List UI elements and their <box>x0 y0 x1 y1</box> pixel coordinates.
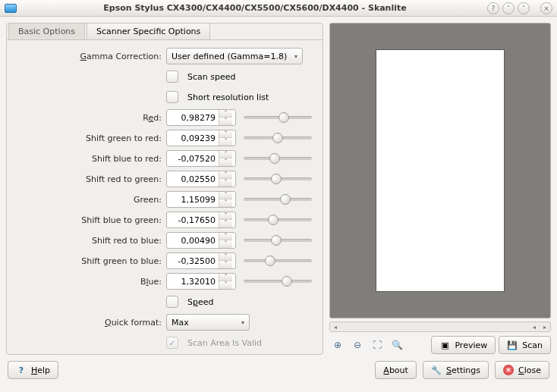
zoom-in-icon[interactable]: ⊕ <box>329 337 346 353</box>
save-icon: 💾 <box>507 340 518 350</box>
window-title: Epson Stylus CX4300/CX4400/CX5500/CX5600… <box>23 3 487 13</box>
short-resolution-label: Short resolution list <box>187 93 269 102</box>
shift-green-to-red-spinbox[interactable]: ˄˅ <box>166 130 236 146</box>
shift-green-to-red-slider[interactable] <box>241 130 315 146</box>
green-label: Green: <box>14 195 166 205</box>
shift-blue-to-green-label: Shift blue to green: <box>14 215 166 225</box>
shift-blue-to-red-input[interactable] <box>167 154 219 164</box>
settings-button-label: Settings <box>446 365 480 375</box>
gamma-correction-value: User defined (Gamma=1.8) <box>172 52 287 61</box>
short-resolution-checkbox[interactable] <box>166 91 178 103</box>
zoom-out-icon[interactable]: ⊖ <box>349 337 366 353</box>
scroll-left-icon[interactable]: ◂ <box>330 324 341 331</box>
preview-button[interactable]: ▣ Preview <box>431 336 496 354</box>
scan-speed-label: Scan speed <box>187 72 235 82</box>
scan-button-label: Scan <box>522 340 543 350</box>
scroll-right-icon[interactable]: ▸ <box>540 324 550 331</box>
tab-scanner-specific[interactable]: Scanner Specific Options <box>87 23 210 39</box>
scan-area-valid-checkbox[interactable]: ✓ <box>166 337 178 349</box>
shift-green-to-blue-slider[interactable] <box>241 253 315 268</box>
maximize-button[interactable]: ˄ <box>518 2 530 14</box>
titlebar: Epson Stylus CX4300/CX4400/CX5500/CX5600… <box>0 0 557 17</box>
shift-red-to-blue-spinbox[interactable]: ˄˅ <box>166 232 236 249</box>
shift-blue-to-green-slider[interactable] <box>241 212 315 227</box>
quick-format-label: Quick format: <box>14 318 166 328</box>
spin-up-icon[interactable]: ˄ <box>219 110 232 118</box>
help-button-label: Help <box>31 365 50 375</box>
settings-icon: 🔧 <box>431 365 442 375</box>
blue-spinbox[interactable]: ˄˅ <box>166 273 236 290</box>
settings-button[interactable]: 🔧 Settings <box>423 361 489 379</box>
blue-label: Blue: <box>14 277 166 287</box>
spin-down-icon[interactable]: ˅ <box>219 118 232 125</box>
shift-blue-to-red-spinbox[interactable]: ˄˅ <box>166 150 236 167</box>
scan-area-valid-label: Scan Area Is Valid <box>187 338 262 348</box>
speed-checkbox[interactable] <box>166 296 178 308</box>
shift-blue-to-green-spinbox[interactable]: ˄˅ <box>166 212 236 228</box>
preview-area[interactable] <box>329 23 551 318</box>
close-window-button[interactable]: × <box>540 2 552 14</box>
close-icon: ✕ <box>503 365 514 375</box>
shift-red-to-green-input[interactable] <box>167 174 219 184</box>
preview-page <box>376 49 505 292</box>
green-slider[interactable] <box>241 192 315 207</box>
shift-red-to-green-slider[interactable] <box>241 171 315 187</box>
chevron-down-icon: ▾ <box>241 319 244 326</box>
shift-blue-to-green-input[interactable] <box>167 215 219 225</box>
shift-red-to-blue-slider[interactable] <box>241 233 315 248</box>
shift-green-to-blue-spinbox[interactable]: ˄˅ <box>166 252 236 269</box>
zoom-fit-icon[interactable]: 🔍 <box>389 337 405 353</box>
shift-blue-to-red-slider[interactable] <box>241 151 315 166</box>
preview-icon: ▣ <box>439 340 450 350</box>
red-slider[interactable] <box>241 110 315 125</box>
shift-red-to-blue-input[interactable] <box>167 236 219 246</box>
red-label: Red: <box>14 113 166 123</box>
shift-blue-to-red-label: Shift blue to red: <box>14 154 166 164</box>
help-titlebar-button[interactable]: ? <box>487 2 499 14</box>
scroll-left-icon-2[interactable]: ◂ <box>529 324 540 331</box>
gamma-correction-combo[interactable]: User defined (Gamma=1.8) ▾ <box>166 48 303 64</box>
shift-green-to-red-label: Shift green to red: <box>14 133 166 143</box>
scan-button[interactable]: 💾 Scan <box>499 336 551 354</box>
preview-button-label: Preview <box>455 340 487 350</box>
speed-label: Speed <box>187 297 214 307</box>
shift-red-to-green-spinbox[interactable]: ˄˅ <box>166 171 236 187</box>
red-input[interactable] <box>167 113 219 123</box>
about-button[interactable]: About <box>375 361 417 379</box>
close-button-label: Close <box>518 365 541 375</box>
shift-green-to-red-input[interactable] <box>167 133 219 143</box>
app-icon <box>5 4 17 13</box>
blue-slider[interactable] <box>241 274 315 289</box>
shift-red-to-blue-label: Shift red to blue: <box>14 236 166 246</box>
options-panel: Basic Options Scanner Specific Options G… <box>6 23 323 355</box>
preview-scrollbar-h[interactable]: ◂ ◂ ▸ <box>329 321 551 332</box>
quick-format-combo[interactable]: Max ▾ <box>166 314 250 331</box>
shift-green-to-blue-input[interactable] <box>167 256 219 266</box>
blue-input[interactable] <box>167 277 219 287</box>
about-button-label: About <box>383 365 408 375</box>
help-button[interactable]: ? Help <box>8 361 58 379</box>
green-input[interactable] <box>167 195 219 205</box>
shift-green-to-blue-label: Shift green to blue: <box>14 256 166 266</box>
help-icon: ? <box>16 365 27 375</box>
close-button[interactable]: ✕ Close <box>495 361 549 379</box>
red-spinbox[interactable]: ˄˅ <box>166 109 236 126</box>
shift-red-to-green-label: Shift red to green: <box>14 174 166 184</box>
minimize-button[interactable]: ˅ <box>502 2 515 14</box>
green-spinbox[interactable]: ˄˅ <box>166 191 236 208</box>
tab-basic-options[interactable]: Basic Options <box>8 23 85 39</box>
zoom-select-icon[interactable]: ⛶ <box>369 337 385 353</box>
chevron-down-icon: ▾ <box>294 53 297 60</box>
quick-format-value: Max <box>172 318 189 328</box>
gamma-correction-label: Gamma Correction: <box>14 52 166 61</box>
scan-speed-checkbox[interactable] <box>166 71 178 83</box>
